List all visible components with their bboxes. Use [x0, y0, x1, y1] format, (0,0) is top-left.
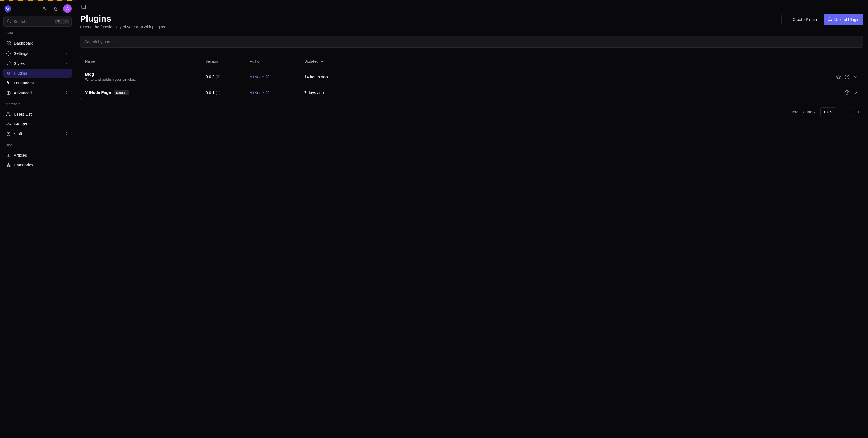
sidebar-item-categories[interactable]: Categories: [3, 160, 72, 169]
sidebar-item-label: Categories: [14, 163, 69, 167]
plugin-search-input[interactable]: [80, 36, 863, 48]
svg-rect-3: [7, 43, 8, 45]
sidebar-item-label: Staff: [14, 132, 62, 136]
row-menu-button[interactable]: [853, 74, 859, 80]
page-size-value: 10: [824, 110, 828, 114]
plugin-author-link[interactable]: VitNode: [250, 74, 269, 79]
plugin-author-link[interactable]: VitNode: [250, 90, 269, 95]
sidebar-item-groups[interactable]: Groups: [3, 119, 72, 129]
plugin-author-name: VitNode: [250, 74, 264, 79]
svg-point-12: [8, 133, 9, 134]
svg-rect-1: [7, 42, 8, 43]
sidebar-item-languages[interactable]: Languages: [3, 79, 72, 88]
total-count: Total Count: 2: [791, 110, 815, 114]
plus-icon: [786, 17, 790, 22]
chevron-right-icon: [65, 131, 69, 136]
book-icon: [6, 153, 11, 158]
sidebar-item-advanced[interactable]: Advanced: [3, 88, 72, 98]
languages-icon: [6, 81, 11, 85]
kbd-cmd: ⌘: [55, 19, 62, 24]
svg-point-7: [7, 91, 10, 95]
plugin-desc: Write and publish your articles.: [85, 77, 206, 82]
plugin-updated: 7 days ago: [304, 90, 820, 95]
th-updated-sort[interactable]: Updated: [304, 59, 324, 64]
th-author: Author: [250, 59, 304, 63]
svg-point-5: [8, 53, 9, 54]
th-updated-label: Updated: [304, 59, 318, 63]
gear-icon: [6, 51, 11, 56]
plugin-updated: 14 hours ago: [304, 74, 820, 79]
users-icon: [6, 112, 11, 117]
svg-point-6: [8, 92, 9, 94]
sidebar-toggle-button[interactable]: [80, 3, 87, 10]
sidebar-item-label: Articles: [14, 153, 69, 158]
svg-rect-4: [9, 43, 10, 45]
plugin-name: VitNode Page: [85, 90, 111, 95]
star-button[interactable]: [836, 74, 841, 80]
section-core-label: Core: [3, 29, 72, 36]
cog-icon: [6, 91, 11, 95]
plugin-name: Blog: [85, 72, 206, 76]
sidebar: A Search... ⌘ K Core Dashboard Settings: [0, 0, 75, 438]
sidebar-item-dashboard[interactable]: Dashboard: [3, 39, 72, 48]
paintbrush-icon: [6, 61, 11, 66]
sidebar-item-staff[interactable]: Staff: [3, 129, 72, 138]
svg-rect-2: [9, 42, 10, 43]
user-avatar[interactable]: A: [63, 4, 72, 13]
plugin-version-count: (2): [216, 74, 220, 79]
th-version: Version: [206, 59, 250, 63]
search-placeholder: Search...: [13, 19, 53, 24]
sidebar-item-label: Dashboard: [14, 41, 69, 45]
page-title: Plugins: [80, 14, 166, 24]
help-button[interactable]: [844, 90, 850, 96]
upload-plugin-label: Upload Plugin: [834, 17, 859, 22]
external-link-icon: [265, 74, 269, 79]
section-blog-label: Blog: [3, 141, 72, 148]
sidebar-item-articles[interactable]: Articles: [3, 151, 72, 160]
create-plugin-button[interactable]: Create Plugin: [781, 14, 821, 25]
kbd-k: K: [63, 19, 69, 24]
next-page-button[interactable]: [853, 107, 863, 117]
sidebar-item-label: Advanced: [14, 91, 62, 95]
sidebar-item-styles[interactable]: Styles: [3, 59, 72, 68]
th-name: Name: [85, 59, 206, 63]
chevron-down-icon: [829, 110, 833, 115]
main-content: Plugins Extend the functionality of your…: [75, 0, 868, 438]
theme-toggle-icon[interactable]: [52, 4, 61, 13]
page-subtitle: Extend the functionality of your app wit…: [80, 25, 166, 29]
language-icon[interactable]: [40, 4, 50, 13]
sidebar-item-plugins[interactable]: Plugins: [3, 69, 72, 78]
sidebar-item-label: Languages: [14, 81, 69, 85]
svg-point-8: [7, 113, 9, 114]
plugin-author-name: VitNode: [250, 90, 264, 95]
upload-icon: [828, 17, 832, 22]
svg-rect-13: [7, 165, 8, 167]
create-plugin-label: Create Plugin: [793, 17, 817, 22]
shield-user-icon: [6, 132, 11, 136]
sidebar-item-label: Settings: [14, 51, 62, 56]
plugin-version: 0.0.1: [206, 90, 214, 95]
prev-page-button[interactable]: [841, 107, 851, 117]
help-button[interactable]: [844, 74, 850, 80]
page-size-select[interactable]: 10: [820, 107, 836, 117]
table-row: VitNode Page Default 0.0.1(1) VitNode 7 …: [81, 86, 863, 100]
sidebar-item-label: Styles: [14, 61, 62, 66]
upload-plugin-button[interactable]: Upload Plugin: [824, 14, 863, 25]
sidebar-item-label: Users List: [14, 112, 69, 117]
plugin-version: 0.0.2: [206, 74, 214, 79]
app-logo[interactable]: [3, 4, 12, 13]
table-row: Blog Write and publish your articles. 0.…: [81, 68, 863, 86]
dev-hazard-stripe: [0, 0, 75, 1]
sidebar-item-label: Groups: [14, 122, 69, 126]
search-trigger[interactable]: Search... ⌘ K: [3, 16, 72, 27]
sidebar-item-settings[interactable]: Settings: [3, 49, 72, 58]
chevron-right-icon: [65, 90, 69, 95]
default-badge: Default: [114, 90, 129, 95]
svg-point-10: [7, 124, 8, 125]
plugins-table: Name Version Author Updated Blog Write: [80, 55, 863, 100]
plug-icon: [6, 71, 11, 75]
svg-point-14: [9, 165, 10, 167]
sidebar-item-users-list[interactable]: Users List: [3, 110, 72, 119]
row-menu-button[interactable]: [853, 90, 859, 96]
svg-point-11: [9, 124, 11, 125]
